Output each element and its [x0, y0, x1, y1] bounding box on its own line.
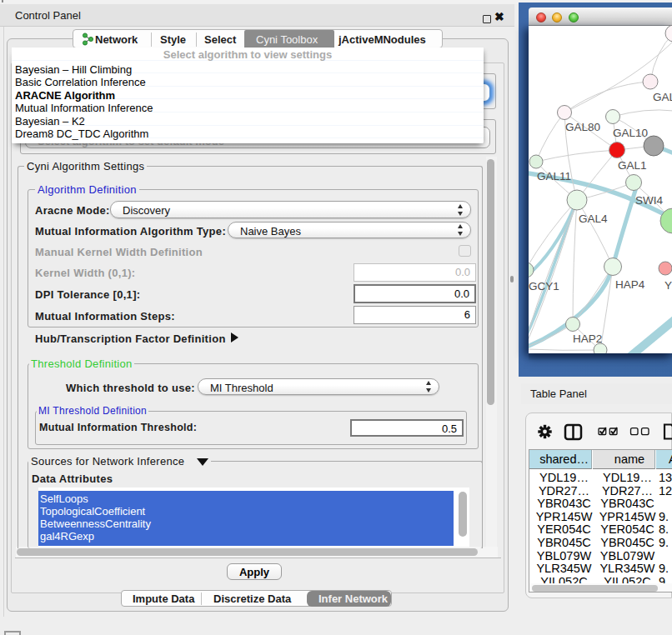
svg-text:GAL4: GAL4 — [579, 212, 608, 225]
svg-text:GAL10: GAL10 — [613, 127, 648, 139]
svg-text:HAP2: HAP2 — [573, 332, 602, 345]
svg-text:GAL7: GAL7 — [653, 91, 672, 103]
svg-text:GAL1: GAL1 — [618, 159, 647, 172]
svg-text:GAL11: GAL11 — [537, 170, 571, 182]
svg-text:HAP4: HAP4 — [615, 278, 645, 291]
svg-text:YE: YE — [664, 279, 672, 292]
svg-text:GCY1: GCY1 — [529, 280, 559, 292]
svg-text:SWI4: SWI4 — [635, 194, 663, 207]
svg-text:GAL80: GAL80 — [565, 121, 600, 133]
